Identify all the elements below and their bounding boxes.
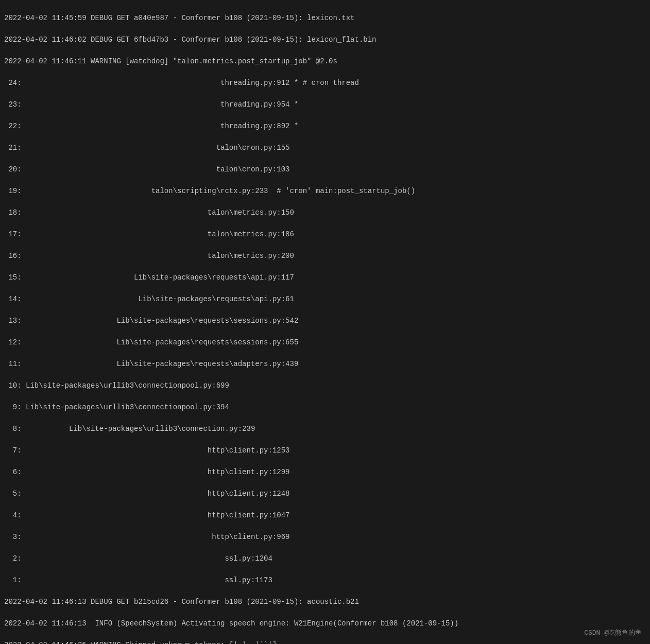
- log-container: 2022-04-02 11:45:59 DEBUG GET a040e987 -…: [0, 0, 650, 644]
- log-line-21: 6: http\client.py:1299: [4, 467, 646, 478]
- log-line-1: 2022-04-02 11:46:02 DEBUG GET 6fbd47b3 -…: [4, 34, 646, 45]
- log-line-27: 2022-04-02 11:46:13 DEBUG GET b215cd26 -…: [4, 597, 646, 607]
- log-line-4: 23: threading.py:954 *: [4, 99, 646, 110]
- log-line-10: 17: talon\metrics.py:186: [4, 229, 646, 240]
- log-line-13: 14: Lib\site-packages\requests\api.py:61: [4, 294, 646, 305]
- log-line-15: 12: Lib\site-packages\requests\sessions.…: [4, 337, 646, 348]
- log-line-12: 15: Lib\site-packages\requests\api.py:11…: [4, 272, 646, 283]
- log-line-7: 20: talon\cron.py:103: [4, 164, 646, 175]
- log-line-18: 9: Lib\site-packages\urllib3\connectionp…: [4, 402, 646, 413]
- log-line-22: 5: http\client.py:1248: [4, 489, 646, 499]
- log-line-29: 2022-04-02 11:46:25 WARNING Skipped unkn…: [4, 640, 646, 644]
- log-line-6: 21: talon\cron.py:155: [4, 143, 646, 153]
- log-line-9: 18: talon\metrics.py:150: [4, 207, 646, 218]
- log-line-17: 10: Lib\site-packages\urllib3\connection…: [4, 380, 646, 391]
- log-line-19: 8: Lib\site-packages\urllib3\connection.…: [4, 424, 646, 434]
- log-line-23: 4: http\client.py:1047: [4, 510, 646, 521]
- log-line-26: 1: ssl.py:1173: [4, 575, 646, 586]
- log-line-25: 2: ssl.py:1204: [4, 553, 646, 564]
- log-line-2: 2022-04-02 11:46:11 WARNING [watchdog] "…: [4, 56, 646, 67]
- log-line-24: 3: http\client.py:969: [4, 532, 646, 543]
- log-line-14: 13: Lib\site-packages\requests\sessions.…: [4, 316, 646, 326]
- log-line-11: 16: talon\metrics.py:200: [4, 251, 646, 262]
- log-line-20: 7: http\client.py:1253: [4, 445, 646, 456]
- log-line-28: 2022-04-02 11:46:13 INFO (SpeechSystem) …: [4, 618, 646, 629]
- log-line-3: 24: threading.py:912 * # cron thread: [4, 78, 646, 89]
- log-line-16: 11: Lib\site-packages\requests\adapters.…: [4, 359, 646, 370]
- log-line-5: 22: threading.py:892 *: [4, 121, 646, 132]
- log-line-0: 2022-04-02 11:45:59 DEBUG GET a040e987 -…: [4, 13, 646, 24]
- watermark: CSDN @吃熊鱼的鱼: [584, 628, 642, 638]
- log-line-8: 19: talon\scripting\rctx.py:233 # 'cron'…: [4, 186, 646, 197]
